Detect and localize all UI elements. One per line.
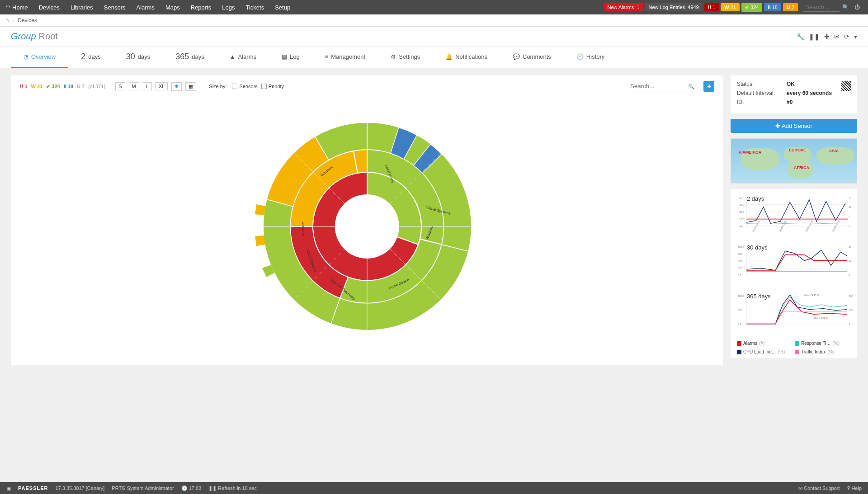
filter-bar: !! 1 W 21 ✔ 324 II 18 U 7 (of 371) S M L… [20, 81, 714, 92]
status-paused-badge[interactable]: II 18 [764, 3, 781, 11]
sizeby-sensors[interactable]: Sensors [232, 84, 257, 89]
id-value: #0 [787, 99, 793, 105]
filter-paused[interactable]: II 18 [64, 84, 73, 89]
pause-icon[interactable]: ❚❚ [809, 33, 820, 40]
comment-icon: 💬 [513, 53, 520, 60]
add-button[interactable]: ✚ [703, 81, 714, 92]
svg-text:0: 0 [849, 225, 850, 228]
sunburst-view-icon[interactable]: ✱ [171, 82, 182, 91]
svg-text:50,0: 50,0 [739, 197, 744, 200]
nav-devices[interactable]: Devices [33, 0, 65, 14]
tab-management[interactable]: ≡Management [312, 47, 378, 68]
nav-maps[interactable]: Maps [160, 0, 185, 14]
tab-history[interactable]: 🕘History [564, 47, 617, 68]
size-by-label: Size by: [209, 84, 226, 89]
size-xl[interactable]: XL [156, 82, 168, 90]
breadcrumb-home-icon[interactable]: ⌂ [5, 17, 9, 24]
svg-text:200: 200 [849, 295, 853, 297]
svg-text:5: 5 [849, 215, 850, 218]
qr-code-icon[interactable] [841, 81, 851, 91]
page-title-row: Group Root 🔧 ❚❚ ✚ ✉ ⟳ ▾ [0, 27, 868, 47]
chart-legend: Alarms(#) Response Ti…(%) CPU Load Ind…(… [734, 339, 855, 356]
status-unusual-badge[interactable]: U 7 [783, 3, 798, 11]
status-value: OK [787, 81, 795, 87]
svg-text:28.09 00:00: 28.09 00:00 [752, 220, 760, 232]
svg-text:20,0: 20,0 [738, 266, 742, 269]
filter-warn[interactable]: W 21 [31, 84, 43, 89]
refresh-icon[interactable]: ⟳ [844, 33, 849, 40]
nav-libraries[interactable]: Libraries [65, 0, 99, 14]
status-down-badge[interactable]: !! 1 [704, 3, 719, 11]
nav-setup[interactable]: Setup [269, 0, 296, 14]
search-icon[interactable]: 🔍 [840, 4, 852, 10]
email-icon[interactable]: ✉ [834, 33, 840, 40]
tab-notifications[interactable]: 🔔Notifications [433, 47, 500, 68]
svg-text:20,0: 20,0 [739, 211, 744, 213]
svg-text:29.09 12:00: 29.09 12:00 [831, 220, 840, 232]
breadcrumb: ⌂ › Devices [0, 14, 868, 27]
management-icon: ≡ [325, 53, 329, 60]
svg-text:40: 40 [849, 246, 851, 249]
tab-log[interactable]: ▤Log [269, 47, 312, 68]
size-m[interactable]: M [129, 82, 139, 90]
sunburst-chart[interactable]: Local Probe Virtual Systems Windows Prob… [20, 95, 714, 358]
tab-30days[interactable]: 30days [113, 47, 163, 68]
main-content: !! 1 W 21 ✔ 324 II 18 U 7 (of 371) S M L… [0, 68, 868, 372]
page-title: Root [39, 31, 58, 42]
history-charts-card: 2 days 0,010,020,030,050,0051015 28.09 0… [731, 189, 857, 358]
power-icon[interactable]: ⏻ [852, 4, 863, 10]
nav-sensors[interactable]: Sensors [99, 0, 131, 14]
filter-unknown[interactable]: U 7 [77, 84, 85, 89]
filter-total: (of 371) [88, 84, 105, 89]
nav-logs[interactable]: Logs [217, 0, 240, 14]
sizeby-priority[interactable]: Priority [261, 84, 284, 89]
page-title-prefix: Group [11, 31, 36, 42]
overview-icon: ◔ [24, 53, 28, 60]
tab-comments[interactable]: 💬Comments [500, 47, 564, 68]
ticket-icon[interactable]: ✚ [824, 33, 830, 40]
svg-text:Min: 19,69 %: Min: 19,69 % [814, 317, 828, 320]
chart-365days[interactable]: 365 days 0,060,0100,00100200 Min: 19,69 … [734, 290, 855, 334]
top-navbar: ◠ Home Devices Libraries Sensors Alarms … [0, 0, 868, 14]
nav-home[interactable]: ◠ Home [5, 0, 33, 14]
gear-icon: ⚙ [391, 53, 396, 60]
svg-text:0: 0 [849, 274, 850, 277]
size-l[interactable]: L [143, 82, 152, 90]
add-sensor-button[interactable]: ✚ Add Sensor [731, 119, 857, 133]
size-s[interactable]: S [115, 82, 125, 90]
nav-alarms[interactable]: Alarms [131, 0, 160, 14]
tab-alarms[interactable]: ▲Alarms [217, 47, 269, 68]
nav-tickets[interactable]: Tickets [240, 0, 269, 14]
nav-reports[interactable]: Reports [185, 0, 217, 14]
svg-text:29.09 00:00: 29.09 00:00 [805, 220, 813, 232]
tab-365days[interactable]: 365days [163, 47, 217, 68]
status-up-badge[interactable]: ✔ 324 [741, 3, 762, 12]
breadcrumb-current[interactable]: Devices [18, 17, 37, 24]
svg-text:30,0: 30,0 [739, 203, 744, 206]
tab-2days[interactable]: 2days [68, 47, 113, 68]
global-search-input[interactable] [803, 3, 840, 12]
status-card: Status:OK Default Interval:every 60 seco… [731, 75, 857, 113]
tab-settings[interactable]: ⚙Settings [378, 47, 433, 68]
svg-text:0,0: 0,0 [739, 225, 742, 228]
filter-up[interactable]: ✔ 324 [46, 84, 60, 89]
svg-text:60,0: 60,0 [738, 253, 742, 255]
svg-text:40,0: 40,0 [738, 259, 742, 262]
panel-search-input[interactable] [629, 81, 693, 91]
alarm-icon: ▲ [230, 53, 236, 60]
new-alarms-badge[interactable]: New Alarms 1 [604, 3, 643, 11]
edit-icon[interactable]: 🔧 [797, 33, 804, 40]
tab-overview[interactable]: ◔Overview [11, 47, 68, 68]
tabs: ◔Overview 2days 30days 365days ▲Alarms ▤… [0, 47, 868, 68]
chart-30days[interactable]: 30 days 0,020,040,060,0100,002040 [734, 241, 855, 285]
world-map-thumbnail[interactable]: H AMERICA EUROPE ASIA AFRICA [731, 138, 857, 183]
filter-down[interactable]: !! 1 [20, 84, 28, 89]
grid-view-icon[interactable]: ▦ [185, 82, 196, 91]
log-icon: ▤ [282, 53, 287, 60]
legend-traffic: Traffic Index(%) [795, 349, 844, 354]
new-log-entries-badge[interactable]: New Log Entries 4949 [645, 3, 702, 11]
svg-text:0,0: 0,0 [738, 323, 741, 325]
menu-chevron-down-icon[interactable]: ▾ [854, 33, 857, 40]
status-warning-badge[interactable]: W 21 [721, 3, 740, 11]
chart-2days[interactable]: 2 days 0,010,020,030,050,0051015 28.09 0… [734, 193, 855, 236]
